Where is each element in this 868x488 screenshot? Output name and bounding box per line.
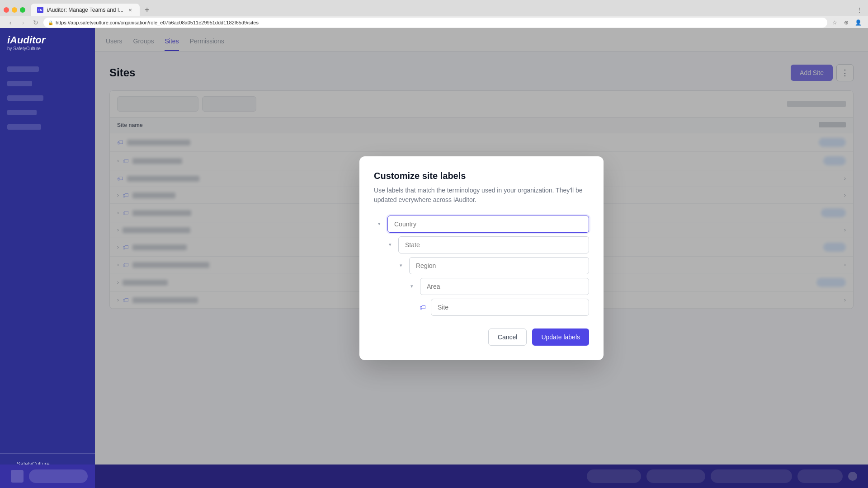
modal: Customize site labels Use labels that ma… [359, 156, 604, 360]
site-input[interactable] [431, 299, 589, 316]
label-row-site: 🏷 [417, 299, 589, 316]
sidebar-item-1[interactable] [0, 62, 95, 76]
forward-button[interactable]: › [18, 18, 28, 28]
bottom-bar-logo [11, 470, 24, 483]
chevron-area[interactable]: ▾ [406, 281, 417, 292]
region-input[interactable] [409, 257, 589, 274]
close-traffic-light[interactable] [4, 7, 9, 13]
sidebar-item-3[interactable] [0, 91, 95, 105]
tab-close-icon[interactable]: ✕ [127, 7, 133, 13]
browser-tab[interactable]: iA iAuditor: Manage Teams and I... ✕ [31, 4, 140, 16]
chevron-state[interactable]: ▾ [385, 239, 396, 250]
sidebar-nav [0, 62, 95, 453]
tag-site-icon: 🏷 [417, 302, 428, 313]
traffic-lights [4, 7, 25, 13]
state-input[interactable] [398, 236, 589, 253]
sidebar-item-2[interactable] [0, 76, 95, 91]
label-row-region: ▾ [396, 257, 589, 274]
app-container: iAuditor by SafetyCulture ⚙ [0, 28, 868, 488]
label-row-area: ▾ [406, 278, 589, 295]
new-tab-button[interactable]: + [142, 5, 152, 15]
modal-footer: Cancel Update labels [374, 328, 589, 346]
browser-more-icon[interactable]: ⋮ [854, 5, 864, 15]
modal-title: Customize site labels [374, 171, 589, 181]
label-row-state: ▾ [385, 236, 589, 253]
sidebar: iAuditor by SafetyCulture ⚙ [0, 28, 95, 488]
sidebar-item-5[interactable] [0, 120, 95, 134]
update-labels-button[interactable]: Update labels [532, 328, 589, 346]
maximize-traffic-light[interactable] [20, 7, 25, 13]
browser-chrome: iA iAuditor: Manage Teams and I... ✕ + ⋮… [0, 0, 868, 28]
main-content: Users Groups Sites Permissions Sites Add… [95, 28, 868, 488]
bottom-pill-1 [29, 469, 88, 483]
bookmark-icon[interactable]: ☆ [830, 18, 839, 27]
profile-icon[interactable]: 👤 [854, 18, 863, 27]
modal-overlay: Customize site labels Use labels that ma… [95, 28, 868, 488]
label-row-country: ▾ [374, 216, 589, 233]
minimize-traffic-light[interactable] [12, 7, 17, 13]
address-bar-row: ‹ › ↻ 🔒 https://app.safetyculture.com/or… [0, 16, 868, 29]
sidebar-item-4[interactable] [0, 105, 95, 120]
reload-button[interactable]: ↻ [31, 18, 41, 28]
url-text: https://app.safetyculture.com/organisati… [56, 20, 259, 25]
chevron-region[interactable]: ▾ [396, 260, 406, 271]
cancel-button[interactable]: Cancel [488, 328, 527, 346]
lock-icon: 🔒 [48, 20, 53, 25]
sidebar-logo: iAuditor by SafetyCulture [0, 35, 95, 62]
tab-title: iAuditor: Manage Teams and I... [47, 7, 123, 13]
area-input[interactable] [420, 278, 589, 295]
address-bar[interactable]: 🔒 https://app.safetyculture.com/organisa… [43, 18, 827, 28]
chevron-country[interactable]: ▾ [374, 219, 385, 230]
tab-favicon: iA [37, 7, 43, 13]
modal-description: Use labels that match the terminology us… [374, 186, 589, 205]
extensions-icon[interactable]: ⊕ [842, 18, 851, 27]
back-button[interactable]: ‹ [5, 18, 15, 28]
logo-text: iAuditor [7, 35, 88, 45]
logo-sub: by SafetyCulture [7, 46, 88, 51]
tab-bar: iA iAuditor: Manage Teams and I... ✕ + ⋮ [0, 0, 868, 16]
country-input[interactable] [387, 216, 589, 233]
